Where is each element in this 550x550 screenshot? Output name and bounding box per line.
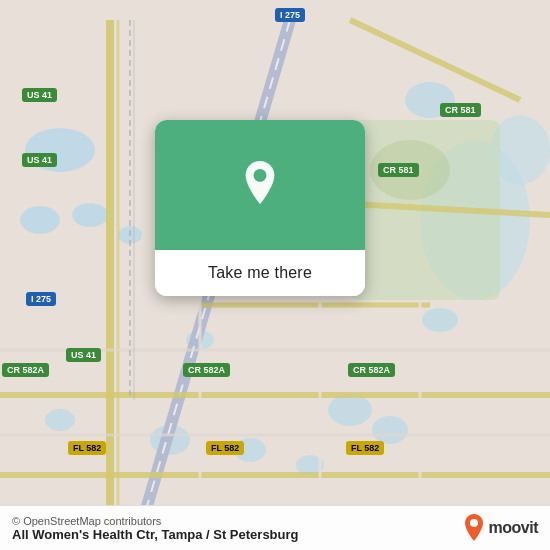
take-me-there-button[interactable]: Take me there bbox=[155, 250, 365, 296]
svg-point-2 bbox=[72, 203, 108, 227]
svg-point-34 bbox=[470, 519, 478, 527]
svg-point-33 bbox=[254, 169, 267, 182]
moovit-pin-icon bbox=[463, 514, 485, 542]
bottom-bar: © OpenStreetMap contributors All Women's… bbox=[0, 505, 550, 550]
svg-point-7 bbox=[328, 394, 372, 426]
card-map-area bbox=[155, 120, 365, 250]
road-badge-i275-top: I 275 bbox=[275, 8, 305, 22]
road-badge-us41-3: US 41 bbox=[66, 348, 101, 362]
road-badge-cr582a-1: CR 582A bbox=[2, 363, 49, 377]
road-badge-i275-mid: I 275 bbox=[26, 292, 56, 306]
moovit-logo: moovit bbox=[463, 514, 538, 542]
road-badge-fl582-2: FL 582 bbox=[206, 441, 244, 455]
road-badge-cr581-1: CR 581 bbox=[440, 103, 481, 117]
svg-point-8 bbox=[372, 416, 408, 444]
osm-attribution: © OpenStreetMap contributors bbox=[12, 515, 463, 527]
location-card: Take me there bbox=[155, 120, 365, 296]
road-badge-cr581-2: CR 581 bbox=[378, 163, 419, 177]
moovit-text: moovit bbox=[489, 519, 538, 537]
location-info: All Women's Health Ctr, Tampa / St Peter… bbox=[12, 527, 463, 542]
road-badge-cr582a-2: CR 582A bbox=[183, 363, 230, 377]
svg-point-1 bbox=[20, 206, 60, 234]
road-badge-cr582a-3: CR 582A bbox=[348, 363, 395, 377]
road-badge-us41-2: US 41 bbox=[22, 153, 57, 167]
road-badge-fl582-1: FL 582 bbox=[68, 441, 106, 455]
map-pin-icon bbox=[236, 161, 284, 209]
road-badge-fl582-3: FL 582 bbox=[346, 441, 384, 455]
svg-point-14 bbox=[422, 308, 458, 332]
map-container: I 275 US 41 US 41 US 41 I 275 CR 581 CR … bbox=[0, 0, 550, 550]
road-badge-us41-1: US 41 bbox=[22, 88, 57, 102]
svg-point-12 bbox=[45, 409, 75, 431]
